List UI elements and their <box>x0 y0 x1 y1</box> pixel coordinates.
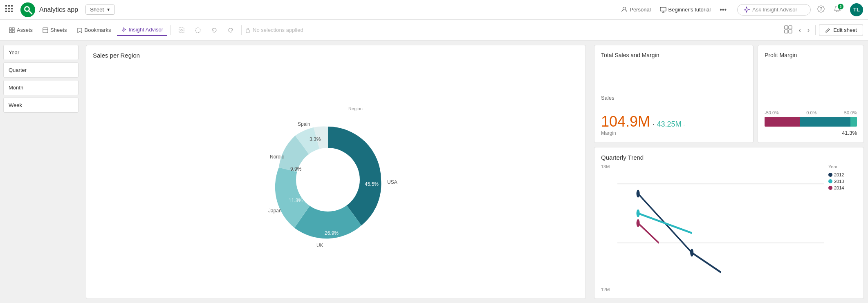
trend-dot-2014 <box>637 219 640 227</box>
margin-label: Margin <box>601 130 747 136</box>
svg-rect-31 <box>785 30 788 33</box>
sheet-dropdown-label: Sheet <box>90 7 104 13</box>
sheets-icon <box>43 27 48 33</box>
donut-chart-container: Region USA <box>93 63 579 292</box>
undo-icon <box>211 27 218 33</box>
month-filter[interactable]: Month <box>3 80 79 95</box>
svg-rect-30 <box>789 26 792 29</box>
svg-rect-2 <box>11 5 13 7</box>
insight-icon <box>121 27 127 33</box>
quarterly-trend-chart: 13M 12M <box>601 164 857 292</box>
main-toolbar: Assets Sheets Bookmarks Insight Advisor <box>0 20 868 41</box>
tutorial-button[interactable]: Beginner's tutorial <box>660 7 711 13</box>
lock-icon <box>245 27 251 33</box>
lasso-icon <box>195 27 201 33</box>
notification-button[interactable]: 3 <box>831 4 843 16</box>
ask-insight-button[interactable]: Ask Insight Advisor <box>737 4 811 16</box>
svg-rect-6 <box>5 11 7 12</box>
pct-japan: 11.3% <box>289 198 303 203</box>
lasso-tool-button[interactable] <box>191 25 205 36</box>
svg-point-35 <box>690 249 693 256</box>
sales-label: Sales <box>601 95 747 101</box>
svg-rect-23 <box>43 28 48 33</box>
user-avatar[interactable]: TL <box>850 3 863 16</box>
bookmarks-button[interactable]: Bookmarks <box>73 25 115 36</box>
trend-dot-2012 <box>637 190 640 198</box>
insight-advisor-button[interactable]: Insight Advisor <box>117 24 168 36</box>
svg-rect-27 <box>195 28 200 33</box>
redo-button[interactable] <box>223 25 238 36</box>
assets-button[interactable]: Assets <box>5 25 37 36</box>
svg-rect-28 <box>246 30 249 33</box>
trend-legend: Year 2012 2013 2014 <box>824 164 857 292</box>
label-nordic: Nordic <box>270 154 284 160</box>
help-icon: ? <box>817 5 825 13</box>
help-button[interactable]: ? <box>815 4 827 16</box>
total-sales-title: Total Sales and Margin <box>601 52 747 58</box>
svg-rect-4 <box>8 8 10 9</box>
center-chart-panel: Sales per Region Region <box>82 41 590 303</box>
legend-item-2014: 2014 <box>828 185 857 190</box>
quarter-filter[interactable]: Quarter <box>3 62 79 78</box>
label-spain: Spain <box>298 121 310 127</box>
next-sheet-button[interactable]: › <box>805 24 812 36</box>
main-content: Year Quarter Month Week Sales per Region… <box>0 41 868 303</box>
sparkle-icon <box>743 7 750 13</box>
label-usa: USA <box>387 179 397 185</box>
pencil-icon <box>825 27 831 33</box>
prev-sheet-button[interactable]: ‹ <box>796 24 803 36</box>
person-icon <box>621 7 628 13</box>
waffle-icon[interactable] <box>5 3 16 16</box>
pct-spain: 3.3% <box>310 136 321 142</box>
app-title: Analytics app <box>39 6 78 13</box>
undo-button[interactable] <box>207 25 222 36</box>
sales-per-region-card: Sales per Region Region <box>86 45 586 299</box>
svg-rect-0 <box>5 5 7 7</box>
profit-margin-bar <box>765 117 857 127</box>
edit-sheet-button[interactable]: Edit sheet <box>819 24 863 36</box>
pct-nordic: 9.9% <box>290 166 302 172</box>
svg-rect-21 <box>9 31 11 33</box>
total-sales-card: Total Sales and Margin Sales 104.9M · 43… <box>594 45 754 143</box>
select-tool-button[interactable] <box>174 25 189 36</box>
quarterly-trend-card: Quarterly Trend 13M 12M <box>594 147 864 299</box>
week-filter[interactable]: Week <box>3 98 79 113</box>
personal-button[interactable]: Personal <box>621 7 650 13</box>
profit-margin-title: Profit Margin <box>765 52 857 58</box>
sales-value-row: 104.9M · 43.25M · <box>601 113 747 130</box>
legend-dot-2014 <box>828 186 832 190</box>
pct-usa: 45.5% <box>365 181 379 187</box>
svg-rect-8 <box>11 11 13 12</box>
region-legend-label: Region <box>348 106 363 111</box>
svg-rect-1 <box>8 5 10 7</box>
sales-main-value: 104.9M <box>601 113 650 130</box>
assets-icon <box>9 27 15 33</box>
chevron-down-icon: ▼ <box>106 7 110 12</box>
redo-icon <box>227 27 234 33</box>
toolbar-separator-2 <box>241 25 242 35</box>
svg-rect-14 <box>660 7 666 11</box>
trend-svg-area <box>617 164 824 292</box>
monitor-icon <box>660 7 666 13</box>
sales-margin-value: 43.25M · <box>657 120 685 129</box>
label-uk: UK <box>316 243 323 248</box>
sales-per-region-title: Sales per Region <box>93 52 579 59</box>
sheet-dropdown[interactable]: Sheet ▼ <box>85 4 115 15</box>
more-options-button[interactable]: ••• <box>718 4 728 15</box>
label-japan: Japan <box>268 208 282 214</box>
year-filter[interactable]: Year <box>3 45 79 60</box>
pm-bar-segment-3 <box>850 117 857 127</box>
sheets-button[interactable]: Sheets <box>38 25 71 36</box>
qlik-logo[interactable] <box>20 2 35 17</box>
quarterly-trend-title: Quarterly Trend <box>601 154 857 161</box>
svg-rect-5 <box>11 8 13 9</box>
toolbar-separator <box>170 25 171 35</box>
toolbar-separator-3 <box>815 25 816 35</box>
pm-scale: -50.0% 0.0% 50.0% <box>765 110 857 115</box>
pm-bar-segment-1 <box>765 117 800 127</box>
svg-rect-19 <box>9 28 11 30</box>
svg-rect-7 <box>8 11 10 12</box>
select-icon <box>178 27 185 33</box>
right-panel: Total Sales and Margin Sales 104.9M · 43… <box>590 41 868 303</box>
grid-view-button[interactable] <box>782 23 795 38</box>
